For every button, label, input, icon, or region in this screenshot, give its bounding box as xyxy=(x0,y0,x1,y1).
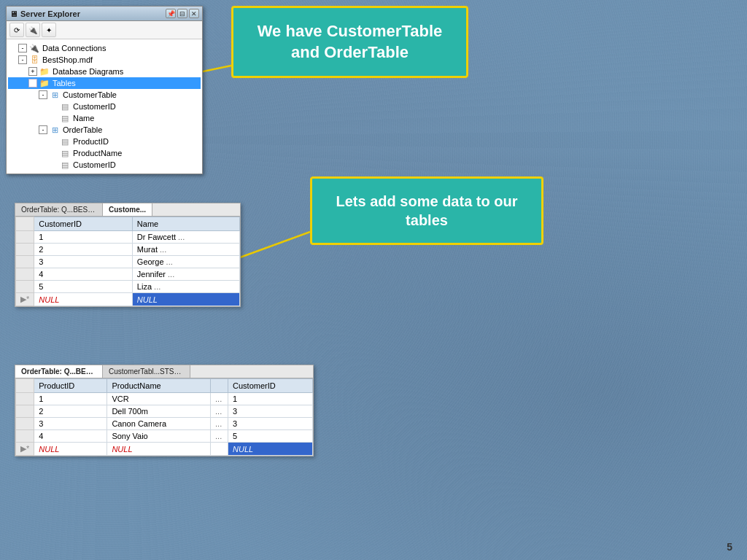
cell-productid[interactable]: 1 xyxy=(34,393,107,405)
cell-customerid[interactable]: 3 xyxy=(34,256,133,268)
callout1-text: We have CustomerTable and OrderTable xyxy=(258,22,442,61)
float-button[interactable]: ⊟ xyxy=(177,9,187,18)
expand-bestshop[interactable]: - xyxy=(18,55,27,64)
cell-null-spacer xyxy=(211,443,228,456)
table-row[interactable]: 3 Canon Camera ... 3 xyxy=(16,418,313,430)
tree-item-db-diagrams[interactable]: + 📁 Database Diagrams xyxy=(8,66,201,77)
table-row[interactable]: 1 Dr Fawcett ... xyxy=(16,231,240,244)
cell-name[interactable]: Jennifer ... xyxy=(132,268,239,281)
tree-item-tables[interactable]: - 📁 Tables xyxy=(8,77,201,89)
tree-item-customerid[interactable]: ▤ CustomerID xyxy=(8,101,201,112)
cell-customerid[interactable]: 5 xyxy=(228,430,313,443)
cell-null-name[interactable]: NULL xyxy=(132,293,239,306)
row-indicator xyxy=(16,268,34,281)
tree-item-productname[interactable]: ▤ ProductName xyxy=(8,147,201,159)
refresh-button[interactable]: ⟳ xyxy=(9,23,24,37)
tree-item-order-customerid[interactable]: ▤ CustomerID xyxy=(8,159,201,171)
cell-productid[interactable]: 4 xyxy=(34,430,107,443)
customer-table-panel: OrderTable: Q...BESTSHOP.MDF) Custome...… xyxy=(15,203,241,307)
row-indicator xyxy=(16,281,34,293)
data-connections-icon: 🔌 xyxy=(28,43,40,53)
db-diagrams-label: Database Diagrams xyxy=(53,67,123,76)
tree-item-customer-table[interactable]: - ⊞ CustomerTable xyxy=(8,89,201,101)
panel-toolbar: ⟳ 🔌 ✦ xyxy=(7,21,202,39)
tree-item-order-table[interactable]: - ⊞ OrderTable xyxy=(8,124,201,136)
name-label: Name xyxy=(73,114,94,122)
cell-name[interactable]: George ... xyxy=(132,256,239,268)
expand-tables[interactable]: - xyxy=(28,79,37,88)
server-explorer-icon: 🖥 xyxy=(9,9,18,18)
tables-label: Tables xyxy=(53,79,76,88)
customer-table-tab-active[interactable]: Custome... xyxy=(103,203,152,216)
row-indicator xyxy=(16,256,34,268)
cell-customerid[interactable]: 1 xyxy=(228,393,313,405)
new-row-indicator: ▶* xyxy=(16,293,34,306)
connect-button[interactable]: 🔌 xyxy=(26,23,40,37)
new-row[interactable]: ▶* NULL NULL xyxy=(16,293,240,306)
data-connections-label: Data Connections xyxy=(42,44,106,52)
tree-item-productid[interactable]: ▤ ProductID xyxy=(8,136,201,147)
tree-item-data-connections[interactable]: - 🔌 Data Connections xyxy=(8,42,201,54)
cell-null-customerid[interactable]: NULL xyxy=(34,293,133,306)
productname-icon: ▤ xyxy=(59,148,71,158)
cell-productname[interactable]: Dell 700m xyxy=(107,405,211,418)
cell-null-productid[interactable]: NULL xyxy=(34,443,107,456)
cell-customerid[interactable]: 3 xyxy=(228,418,313,430)
order-table-tab-inactive[interactable]: OrderTable: Q...BESTSHOP.MDF) xyxy=(15,203,103,216)
pin-button[interactable]: 📌 xyxy=(166,9,176,18)
cell-productid[interactable]: 2 xyxy=(34,405,107,418)
order-table-tab-active[interactable]: OrderTable: Q...BESTSHOP.MDF) xyxy=(15,365,103,378)
bestshop-label: BestShop.mdf xyxy=(42,55,93,64)
cell-null-productname[interactable]: NULL xyxy=(107,443,211,456)
expand-data-connections[interactable]: - xyxy=(18,44,27,52)
productid-icon: ▤ xyxy=(59,136,71,147)
cell-productid[interactable]: 3 xyxy=(34,418,107,430)
cell-customerid[interactable]: 2 xyxy=(34,244,133,256)
tree-item-bestshop[interactable]: - 🗄 BestShop.mdf xyxy=(8,54,201,66)
customerid-icon: ▤ xyxy=(59,101,71,112)
cell-productname[interactable]: Sony Vaio xyxy=(107,430,211,443)
row-indicator xyxy=(16,418,34,430)
page-number: 5 xyxy=(727,541,732,553)
cell-ellipsis: ... xyxy=(211,418,228,430)
cell-customerid[interactable]: 1 xyxy=(34,231,133,244)
customer-table-tabs: OrderTable: Q...BESTSHOP.MDF) Custome... xyxy=(15,203,240,217)
expand-order-table[interactable]: - xyxy=(39,125,47,134)
cell-ellipsis: ... xyxy=(211,393,228,405)
table-row[interactable]: 4 Sony Vaio ... 5 xyxy=(16,430,313,443)
order-customerid-icon: ▤ xyxy=(59,160,71,170)
row-indicator xyxy=(16,393,34,405)
expand-db-diagrams[interactable]: + xyxy=(28,67,37,76)
cell-customerid[interactable]: 5 xyxy=(34,281,133,293)
cell-productname[interactable]: VCR xyxy=(107,393,211,405)
customer-data-grid: CustomerID Name 1 Dr Fawcett ... 2 Murat… xyxy=(15,217,240,306)
cell-name[interactable]: Liza ... xyxy=(132,281,239,293)
cell-name[interactable]: Dr Fawcett ... xyxy=(132,231,239,244)
table-row[interactable]: 2 Murat ... xyxy=(16,244,240,256)
row-indicator xyxy=(16,405,34,418)
table-row[interactable]: 3 George ... xyxy=(16,256,240,268)
cell-customerid[interactable]: 4 xyxy=(34,268,133,281)
table-row[interactable]: 5 Liza ... xyxy=(16,281,240,293)
customer-col-customerid: CustomerID xyxy=(34,217,133,231)
cell-customerid[interactable]: 3 xyxy=(228,405,313,418)
table-row[interactable]: 4 Jennifer ... xyxy=(16,268,240,281)
cell-name[interactable]: Murat ... xyxy=(132,244,239,256)
cell-null-customerid[interactable]: NULL xyxy=(228,443,313,456)
add-button[interactable]: ✦ xyxy=(42,23,56,37)
expand-customer-table[interactable]: - xyxy=(39,90,47,99)
table-row[interactable]: 2 Dell 700m ... 3 xyxy=(16,405,313,418)
tree-item-name[interactable]: ▤ Name xyxy=(8,112,201,124)
order-table-icon: ⊞ xyxy=(49,125,61,135)
cell-productname[interactable]: Canon Camera xyxy=(107,418,211,430)
tables-icon: 📁 xyxy=(39,78,50,88)
server-explorer-panel: 🖥 Server Explorer 📌 ⊟ ✕ ⟳ 🔌 ✦ - 🔌 Data C… xyxy=(6,6,203,174)
customer-table-tab-inactive[interactable]: CustomerTabl...STSHOP.MD xyxy=(103,365,190,378)
customerid-label: CustomerID xyxy=(73,102,116,111)
new-row[interactable]: ▶* NULL NULL NULL xyxy=(16,443,313,456)
close-button[interactable]: ✕ xyxy=(189,9,199,18)
order-table-label: OrderTable xyxy=(63,125,102,134)
panel-title: 🖥 Server Explorer xyxy=(9,9,80,18)
table-row[interactable]: 1 VCR ... 1 xyxy=(16,393,313,405)
productid-label: ProductID xyxy=(73,137,109,146)
